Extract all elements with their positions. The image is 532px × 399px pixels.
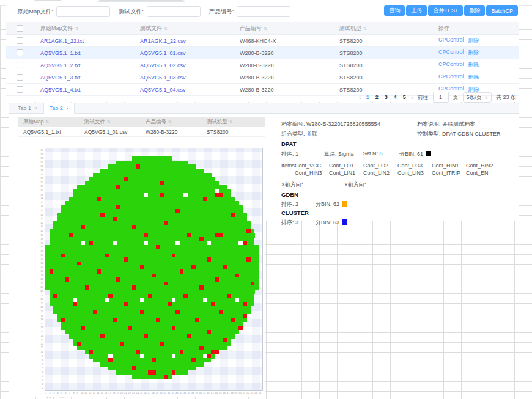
tab-2[interactable]: Tab 2× — [43, 103, 75, 114]
y-tick-label: 31 — [41, 266, 43, 268]
detail-map-value: AQ5VG5.1_1.txt — [18, 129, 79, 135]
test-file-link[interactable]: AQ5VG5.1_02.csv — [140, 62, 186, 68]
sort-icon[interactable]: ⇅ — [46, 120, 50, 124]
page-size-select[interactable]: 5条/页∨ — [463, 92, 492, 103]
ctrl-type: 控制类型: DPAT GDBN CLUSTER — [417, 130, 501, 138]
upload-button[interactable]: 上传 — [406, 5, 427, 16]
row-checkbox[interactable] — [17, 74, 23, 81]
row-delete-link[interactable]: 删除 — [468, 73, 479, 81]
x-tick-label: 54 — [254, 392, 257, 394]
filter-map-file-input[interactable] — [56, 6, 110, 17]
y-tick-label: 7 — [42, 363, 43, 365]
sort-icon[interactable]: ⇅ — [168, 120, 172, 124]
y-tick-label: 37 — [41, 242, 43, 244]
y-tick-label: 49 — [41, 194, 43, 196]
map-file-link[interactable]: AQ5VG5.1_4.txt — [40, 87, 81, 93]
row-delete-link[interactable]: 删除 — [468, 37, 479, 45]
tab-bar: Tab 1×Tab 2× — [9, 103, 519, 114]
filter-test-file-input[interactable] — [147, 6, 201, 17]
cpcontrol-link[interactable]: CPControl — [438, 73, 464, 81]
y-tick-label: 33 — [41, 258, 43, 260]
x-tick-label: 49 — [235, 392, 237, 394]
dpat-items: Cont_VCCCont_LO1Cont_LO2Cont_LO3Cont_HIN… — [295, 163, 506, 177]
map-file-link[interactable]: AQ5VG5.1_2.txt — [40, 62, 81, 68]
row-delete-link[interactable]: 删除 — [468, 49, 479, 57]
y-tick-label: 3 — [42, 379, 43, 381]
gdbn-bin: 分BIN: 62 — [316, 200, 347, 208]
filter-product-no-input[interactable] — [237, 6, 290, 17]
tab-1[interactable]: Tab 1× — [12, 103, 43, 113]
table-row[interactable]: AQ5VG5.1_1.txtAQ5VG5.1_01.csvW280-B-3220… — [6, 47, 519, 59]
machine-cell: STS8200 — [332, 50, 431, 56]
test-file-link[interactable]: AQ5VG5.1_04.csv — [140, 87, 186, 93]
cpcontrol-link[interactable]: CPControl — [438, 61, 464, 69]
row-delete-link[interactable]: 删除 — [468, 61, 479, 69]
y-tick-label: 39 — [41, 234, 43, 236]
merge-test-button[interactable]: 合并TEST — [428, 5, 463, 16]
row-checkbox[interactable] — [17, 86, 23, 93]
y-tick-label: 56 — [41, 165, 43, 167]
sort-icon[interactable]: ⇅ — [363, 26, 367, 31]
page-number[interactable]: 2 — [374, 94, 379, 100]
sort-icon[interactable]: ⇅ — [264, 26, 267, 31]
filter-map-file: 原始Map文件: — [17, 6, 110, 17]
column-header[interactable]: 产品编号⇅ — [232, 24, 332, 32]
next-page-button[interactable]: › — [411, 94, 413, 101]
y-tick-label: 34 — [41, 254, 43, 257]
y-tick-label: 13 — [41, 339, 43, 341]
x-tick-label: 10 — [81, 392, 83, 394]
column-header[interactable]: 测试文件⇅ — [133, 24, 232, 32]
map-file-link[interactable]: AR1AGK.1_22.txt — [40, 38, 84, 44]
sort-icon[interactable]: ⇅ — [164, 26, 168, 31]
row-checkbox[interactable] — [17, 37, 23, 44]
row-checkbox[interactable] — [17, 49, 23, 56]
table-row[interactable]: AR1AGK.1_22.txtAR1AGK.1_22.csvW468-KHC4-… — [6, 35, 519, 47]
page-number[interactable]: 5 — [402, 94, 407, 100]
x-tick-label: 30 — [160, 392, 162, 394]
prev-page-button[interactable]: ‹ — [359, 94, 361, 101]
goto-page-input[interactable] — [433, 92, 449, 103]
column-header[interactable]: 测试机型⇅ — [332, 24, 431, 32]
column-header[interactable]: 操作 — [431, 24, 519, 32]
query-button[interactable]: 查询 — [384, 5, 405, 16]
table-row[interactable]: AQ5VG5.1_3.txtAQ5VG5.1_03.csvW280-B-3220… — [6, 71, 519, 84]
x-tick-label: 7 — [69, 392, 70, 394]
select-all-checkbox[interactable] — [17, 25, 23, 32]
wafer-plot[interactable] — [45, 148, 263, 391]
sort-icon[interactable]: ⇅ — [75, 26, 79, 31]
x-tick-label: 22 — [128, 392, 131, 394]
close-icon[interactable]: × — [34, 105, 37, 111]
batchcp-button[interactable]: BatchCP — [486, 5, 518, 16]
y-tick-label: 53 — [41, 177, 43, 180]
row-checkbox[interactable] — [17, 62, 23, 68]
map-file-link[interactable]: AQ5VG5.1_1.txt — [40, 50, 81, 56]
sort-icon[interactable]: ⇅ — [229, 120, 233, 124]
y-tick-label: 11 — [41, 346, 43, 349]
dpat-bin-color-swatch — [426, 151, 431, 156]
delete-button[interactable]: 删除 — [464, 5, 485, 16]
sort-icon[interactable]: ⇅ — [107, 120, 111, 124]
detail-table-row[interactable]: AQ5VG5.1_1.txt AQ5VG5.1_01.csv W280-B-32… — [18, 127, 265, 137]
x-tick-label: 35 — [180, 392, 182, 394]
y-tick-label: 12 — [41, 343, 43, 345]
test-file-link[interactable]: AQ5VG5.1_03.csv — [140, 75, 186, 81]
cpcontrol-link[interactable]: CPControl — [438, 49, 464, 57]
map-file-link[interactable]: AQ5VG5.1_3.txt — [40, 75, 81, 81]
app-window: 原始Map文件: 测试文件: 产品编号: 查询 上传 合并TEST 删除 Bat… — [0, 0, 532, 399]
column-header[interactable]: 原始Map文件⇅ — [33, 24, 133, 32]
test-file-link[interactable]: AQ5VG5.1_01.csv — [140, 50, 186, 56]
table-row[interactable]: AQ5VG5.1_2.txtAQ5VG5.1_02.csvW280-B-3220… — [6, 59, 519, 71]
filter-product-no: 产品编号: — [209, 6, 291, 17]
y-tick-label: 23 — [41, 298, 43, 301]
page-number[interactable]: 3 — [383, 94, 388, 100]
cpcontrol-link[interactable]: CPControl — [438, 37, 464, 45]
y-tick-label: 17 — [41, 323, 43, 325]
page-number[interactable]: 1 — [365, 94, 370, 100]
y-tick-label: 28 — [41, 278, 43, 280]
test-file-link[interactable]: AR1AGK.1_22.csv — [140, 38, 186, 44]
filter-product-no-label: 产品编号: — [209, 8, 234, 16]
y-tick-label: 5 — [42, 371, 43, 373]
close-icon[interactable]: × — [66, 106, 69, 111]
page-number[interactable]: 4 — [393, 94, 397, 100]
y-tick-label: 43 — [41, 218, 43, 220]
